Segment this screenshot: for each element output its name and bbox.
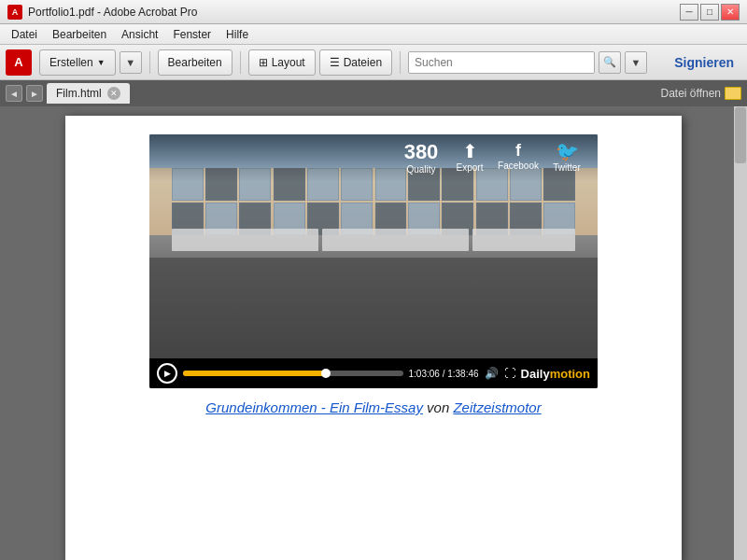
- close-button[interactable]: ✕: [721, 4, 740, 21]
- quality-control[interactable]: 380 Quality: [398, 142, 444, 175]
- film-tab[interactable]: Film.html ✕: [47, 83, 130, 104]
- twitter-label: Twitter: [553, 162, 580, 173]
- pdf-page: 380 Quality ⬆ Export f Facebook 🐦 Twitte…: [65, 116, 682, 560]
- tab-close-button[interactable]: ✕: [107, 87, 120, 100]
- search-button[interactable]: 🔍: [599, 51, 621, 74]
- search-options-button[interactable]: ▼: [625, 51, 647, 74]
- progress-handle[interactable]: [321, 369, 331, 378]
- separator-1: [149, 51, 150, 74]
- twitter-icon: 🐦: [556, 142, 579, 161]
- folder-icon: [725, 87, 741, 100]
- separator-3: [400, 51, 401, 74]
- video-thumbnail: 380 Quality ⬆ Export f Facebook 🐦 Twitte…: [149, 134, 598, 358]
- search-input[interactable]: [408, 51, 595, 74]
- menu-bearbeiten[interactable]: Bearbeiten: [45, 26, 114, 43]
- scroll-thumb[interactable]: [735, 107, 746, 163]
- tab-bar: ◄ ► Film.html ✕ Datei öffnen: [0, 80, 747, 106]
- erstellen-button[interactable]: Erstellen ▼: [39, 49, 116, 76]
- scrollbar[interactable]: [734, 106, 747, 560]
- export-icon: ⬆: [462, 142, 478, 161]
- erstellen-dropdown-icon: ▼: [97, 58, 106, 67]
- window-title: Portfolio1.pdf - Adobe Acrobat Pro: [28, 6, 680, 19]
- minimize-button[interactable]: ─: [680, 4, 698, 21]
- time-display: 1:03:06 / 1:38:46: [409, 369, 479, 379]
- caption-von: von: [423, 399, 454, 415]
- layout-button[interactable]: ⊞ Layout: [248, 49, 316, 76]
- play-button[interactable]: ▶: [157, 363, 177, 384]
- nav-forward-button[interactable]: ►: [26, 85, 43, 102]
- facebook-label: Facebook: [498, 161, 539, 171]
- twitter-control[interactable]: 🐦 Twitter: [543, 142, 590, 175]
- caption-link-zeitzeist[interactable]: Zeitzeistmotor: [453, 399, 541, 415]
- quality-label: Quality: [406, 164, 435, 175]
- separator-2: [240, 51, 241, 74]
- quality-number: 380: [404, 142, 439, 162]
- dateien-icon: ☰: [330, 56, 340, 69]
- video-overlay-controls: 380 Quality ⬆ Export f Facebook 🐦 Twitte…: [149, 134, 598, 182]
- menu-fenster[interactable]: Fenster: [165, 26, 218, 43]
- menu-hilfe[interactable]: Hilfe: [218, 26, 256, 43]
- menu-bar: Datei Bearbeiten Ansicht Fenster Hilfe: [0, 24, 747, 45]
- facebook-icon: f: [515, 142, 521, 159]
- app-icon: A: [7, 5, 22, 20]
- fullscreen-icon[interactable]: ⛶: [504, 367, 515, 380]
- layout-icon: ⊞: [259, 56, 268, 69]
- facebook-control[interactable]: f Facebook: [495, 142, 542, 175]
- volume-icon[interactable]: 🔊: [485, 367, 499, 380]
- title-bar: A Portfolio1.pdf - Adobe Acrobat Pro ─ □…: [0, 0, 747, 24]
- options-button[interactable]: ▼: [120, 51, 142, 74]
- menu-ansicht[interactable]: Ansicht: [114, 26, 165, 43]
- datei-oeffnen-label: Datei öffnen: [661, 87, 722, 100]
- tab-label: Film.html: [56, 87, 102, 100]
- datei-oeffnen-button[interactable]: Datei öffnen: [661, 87, 742, 100]
- menu-datei[interactable]: Datei: [4, 26, 45, 43]
- export-label: Export: [457, 162, 484, 173]
- window-controls: ─ □ ✕: [680, 4, 740, 21]
- awnings: [172, 229, 575, 251]
- video-controls-bar: ▶ 1:03:06 / 1:38:46 🔊 ⛶ Dailymotion: [149, 358, 598, 388]
- export-control[interactable]: ⬆ Export: [446, 142, 493, 175]
- maximize-button[interactable]: □: [700, 4, 719, 21]
- video-player[interactable]: 380 Quality ⬆ Export f Facebook 🐦 Twitte…: [149, 134, 598, 388]
- main-content: 380 Quality ⬆ Export f Facebook 🐦 Twitte…: [0, 106, 747, 560]
- video-caption: Grundeinkommen - Ein Film-Essay von Zeit…: [93, 388, 654, 415]
- nav-back-button[interactable]: ◄: [6, 85, 22, 102]
- dailymotion-logo: Dailymotion: [521, 367, 590, 381]
- bearbeiten-button[interactable]: Bearbeiten: [158, 49, 233, 76]
- progress-fill: [183, 371, 326, 376]
- dateien-button[interactable]: ☰ Dateien: [319, 49, 392, 76]
- signieren-button[interactable]: Signieren: [667, 55, 741, 70]
- progress-bar[interactable]: [183, 371, 403, 376]
- acrobat-logo: A: [6, 49, 32, 76]
- toolbar: A Erstellen ▼ ▼ Bearbeiten ⊞ Layout ☰ Da…: [0, 45, 747, 80]
- caption-link-film[interactable]: Grundeinkommen - Ein Film-Essay: [205, 399, 423, 415]
